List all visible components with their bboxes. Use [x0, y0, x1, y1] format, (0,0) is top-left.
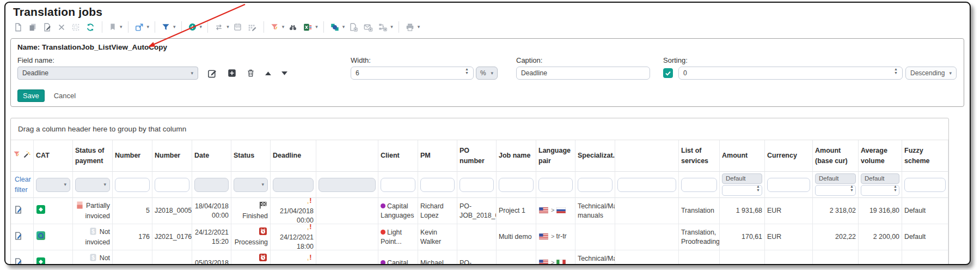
filter-input-gap2[interactable] [617, 178, 676, 192]
caption-input[interactable]: Deadline [516, 67, 650, 80]
width-input[interactable]: 6 ▲▼ [351, 67, 474, 80]
filter-input-pm[interactable] [420, 178, 455, 192]
row-edit-icon[interactable] [14, 257, 23, 265]
filter-input-job_number[interactable] [155, 178, 189, 192]
excel-export-button[interactable]: ▾ [301, 21, 320, 33]
filter-default-button-amount[interactable]: Default [722, 173, 762, 184]
filter-spinner-avg_volume[interactable]: ▲▼ [861, 185, 899, 196]
column-header-client[interactable]: Client [378, 140, 418, 172]
integration-button[interactable]: ▾ [328, 21, 347, 33]
chevron-down-icon[interactable]: ▾ [315, 25, 318, 29]
sorting-checkbox[interactable] [663, 68, 673, 78]
delete-button[interactable] [55, 22, 69, 33]
chevron-down-icon[interactable]: ▾ [342, 25, 345, 29]
filter-default-button-avg_volume[interactable]: Default [861, 173, 899, 184]
clear-filter-link[interactable]: Clear filter [13, 175, 31, 194]
filter-input-currency[interactable] [767, 178, 810, 192]
column-header-amount[interactable]: Amount [720, 140, 765, 172]
bookmark-button[interactable]: ▾ [106, 21, 124, 33]
column-header-lang[interactable]: Language pair [536, 140, 575, 172]
swap-button[interactable]: ▾ [212, 22, 231, 33]
filter-select-cat[interactable]: ▾ [36, 178, 70, 192]
chevron-down-icon[interactable]: ▾ [390, 25, 393, 29]
chevron-down-icon[interactable]: ▾ [173, 25, 176, 29]
column-header-pm[interactable]: PM [418, 140, 457, 172]
edit-row-button[interactable] [11, 224, 34, 250]
new-document-button[interactable] [11, 21, 26, 33]
column-header-job_number[interactable]: Number [152, 140, 192, 172]
filter-input-number[interactable] [115, 178, 150, 192]
chevron-down-icon[interactable]: ▾ [147, 25, 150, 29]
filter-red-button[interactable]: ▾ [268, 21, 286, 33]
column-header-currency[interactable]: Currency [765, 140, 813, 172]
filter-button[interactable]: ▾ [159, 21, 177, 33]
chevron-down-icon[interactable]: ▾ [120, 25, 122, 29]
share-button[interactable]: ▾ [132, 21, 151, 33]
column-header-gap1[interactable] [316, 140, 378, 172]
filter-input-fuzzy[interactable] [904, 178, 946, 192]
filter-input-po[interactable] [460, 178, 494, 192]
filter-input-job_name[interactable] [499, 178, 534, 192]
column-header-payment[interactable]: Status of payment [73, 140, 113, 172]
chevron-down-icon[interactable]: ▾ [200, 25, 203, 29]
column-header-tools[interactable] [11, 140, 34, 172]
column-header-amount_base[interactable]: Amount (base cur) [813, 140, 859, 172]
column-header-number[interactable]: Number [113, 140, 152, 172]
group-by-bar[interactable]: Drag a column header here to group by th… [11, 118, 948, 140]
column-header-deadline[interactable]: Deadline [271, 140, 316, 172]
stepper-arrows[interactable]: ▲▼ [850, 187, 854, 194]
stepper-arrows[interactable]: ▲▼ [756, 187, 760, 194]
edit-row-button[interactable] [11, 198, 34, 224]
chevron-down-icon[interactable]: ▾ [282, 25, 285, 29]
add-field-button[interactable] [227, 68, 237, 78]
move-field-up-button[interactable] [265, 71, 272, 76]
filter-select-payment[interactable]: ▾ [75, 178, 110, 192]
field-name-select[interactable]: Deadline ▾ [17, 67, 198, 80]
row-edit-icon[interactable] [14, 231, 23, 243]
filter-spinner-amount_base[interactable]: ▲▼ [815, 185, 856, 196]
column-header-avg_volume[interactable]: Average volume [859, 140, 902, 172]
edit-row-button[interactable] [11, 250, 34, 265]
filter-input-lang[interactable] [538, 178, 573, 192]
filter-input-deadline[interactable] [273, 178, 314, 192]
delete-field-button[interactable] [246, 68, 255, 78]
chevron-down-icon[interactable]: ▾ [226, 25, 229, 29]
sorting-order-input[interactable]: 0 ▲▼ [678, 67, 903, 80]
calendar-button[interactable] [231, 21, 245, 33]
add-button[interactable]: ▾ [186, 21, 204, 33]
filter-input-date[interactable] [194, 178, 229, 192]
filter-default-button-amount_base[interactable]: Default [815, 173, 856, 184]
filter-spinner-amount[interactable]: ▲▼ [722, 185, 762, 196]
document-add-button[interactable] [346, 21, 361, 33]
chevron-down-icon[interactable]: ▾ [418, 25, 420, 29]
filter-input-specialization[interactable] [578, 178, 612, 192]
save-button[interactable]: Save [17, 89, 45, 102]
row-edit-icon[interactable] [14, 205, 23, 217]
wand-icon[interactable] [23, 151, 30, 161]
cancel-button[interactable]: Cancel [54, 92, 76, 100]
table-edit-button[interactable] [245, 21, 260, 33]
filter-select-status[interactable]: ▾ [234, 178, 268, 192]
mail-add-button[interactable] [361, 21, 376, 33]
column-header-job_name[interactable]: Job name [497, 140, 536, 172]
workflow-add-button[interactable]: ▾ [376, 21, 395, 33]
filter-input-client[interactable] [381, 178, 415, 192]
column-header-specialization[interactable]: Specializat... [575, 140, 615, 172]
column-header-cat[interactable]: CAT [34, 140, 73, 172]
move-field-down-button[interactable] [281, 71, 288, 76]
filter-input-services[interactable] [681, 178, 717, 192]
print-button[interactable]: ▾ [403, 21, 422, 33]
column-header-gap2[interactable] [615, 140, 679, 172]
stepper-arrows[interactable]: ▲▼ [893, 187, 897, 194]
sorting-direction-select[interactable]: Descending ▾ [905, 67, 957, 80]
column-header-status[interactable]: Status [231, 140, 271, 172]
column-header-services[interactable]: List of services [679, 140, 720, 172]
column-header-fuzzy[interactable]: Fuzzy scheme [902, 140, 948, 172]
edit-field-button[interactable] [207, 68, 218, 79]
refresh-button[interactable] [83, 21, 98, 33]
edit-document-button[interactable] [40, 21, 55, 33]
width-stepper[interactable]: ▲▼ [465, 69, 469, 77]
select-region-button[interactable] [69, 21, 83, 33]
width-unit-select[interactable]: % ▾ [476, 67, 498, 80]
sorting-stepper[interactable]: ▲▼ [894, 69, 898, 77]
